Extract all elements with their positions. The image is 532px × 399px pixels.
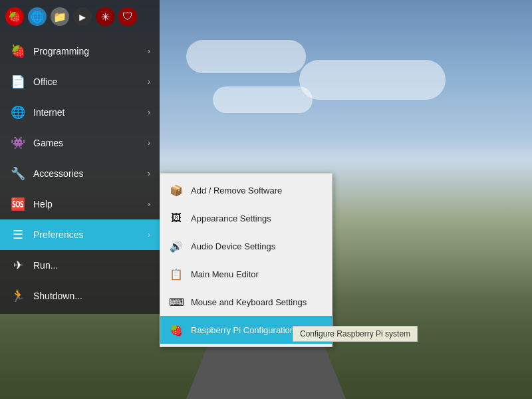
main-menu-editor-label: Main Menu Editor bbox=[191, 269, 259, 279]
accessories-icon: 🔧 bbox=[9, 165, 27, 182]
preferences-label: Preferences bbox=[33, 229, 83, 240]
globe-taskbar-icon[interactable]: 🌐 bbox=[28, 7, 47, 26]
cloud-2 bbox=[299, 60, 446, 100]
main-menu: 🍓 Programming › 📄 Office › 🌐 Internet › … bbox=[0, 33, 160, 314]
accessories-label: Accessories bbox=[33, 168, 83, 179]
add-remove-label: Add / Remove Software bbox=[191, 186, 282, 196]
add-remove-icon: 📦 bbox=[168, 182, 184, 198]
tooltip-text: Configure Raspberry Pi system bbox=[300, 329, 410, 338]
shutdown-icon: 🏃 bbox=[9, 287, 27, 305]
preferences-arrow: › bbox=[148, 230, 150, 239]
accessories-arrow: › bbox=[148, 169, 150, 178]
help-label: Help bbox=[33, 199, 53, 209]
submenu-item-appearance[interactable]: 🖼 Appearance Settings bbox=[160, 204, 332, 232]
run-icon: ✈ bbox=[9, 257, 27, 274]
menu-item-run[interactable]: ✈ Run... bbox=[0, 250, 160, 281]
submenu-item-audio[interactable]: 🔊 Audio Device Settings bbox=[160, 232, 332, 260]
games-icon: 👾 bbox=[9, 134, 27, 152]
submenu-item-main-menu-editor[interactable]: 📋 Main Menu Editor bbox=[160, 260, 332, 288]
help-icon: 🆘 bbox=[9, 196, 27, 213]
internet-icon: 🌐 bbox=[9, 104, 27, 121]
programming-arrow: › bbox=[148, 47, 150, 56]
games-label: Games bbox=[33, 138, 63, 148]
menu-item-office[interactable]: 📄 Office › bbox=[0, 66, 160, 97]
help-arrow: › bbox=[148, 200, 150, 209]
raspberry-config-label: Raspberry Pi Configuration bbox=[191, 325, 295, 335]
shield-taskbar-icon[interactable]: 🛡 bbox=[118, 7, 137, 26]
raspberry-taskbar-icon[interactable]: 🍓 bbox=[5, 7, 24, 26]
games-arrow: › bbox=[148, 138, 150, 148]
menu-item-programming[interactable]: 🍓 Programming › bbox=[0, 36, 160, 66]
terminal-taskbar-icon[interactable]: ▶ bbox=[73, 7, 92, 26]
appearance-label: Appearance Settings bbox=[191, 213, 271, 223]
taskbar: 🍓 🌐 📁 ▶ ✳ 🛡 bbox=[0, 0, 160, 33]
audio-icon: 🔊 bbox=[168, 238, 184, 254]
mouse-keyboard-label: Mouse and Keyboard Settings bbox=[191, 297, 307, 307]
shutdown-label: Shutdown... bbox=[33, 291, 82, 301]
office-icon: 📄 bbox=[9, 73, 27, 90]
menu-item-games[interactable]: 👾 Games › bbox=[0, 128, 160, 158]
menu-item-shutdown[interactable]: 🏃 Shutdown... bbox=[0, 281, 160, 311]
preferences-submenu: 📦 Add / Remove Software 🖼 Appearance Set… bbox=[160, 173, 332, 347]
internet-arrow: › bbox=[148, 108, 150, 117]
main-menu-editor-icon: 📋 bbox=[168, 266, 184, 282]
star-taskbar-icon[interactable]: ✳ bbox=[96, 7, 114, 26]
submenu-item-mouse-keyboard[interactable]: ⌨ Mouse and Keyboard Settings bbox=[160, 288, 332, 316]
menu-item-internet[interactable]: 🌐 Internet › bbox=[0, 97, 160, 128]
appearance-icon: 🖼 bbox=[168, 210, 184, 226]
run-label: Run... bbox=[33, 260, 58, 271]
menu-item-accessories[interactable]: 🔧 Accessories › bbox=[0, 158, 160, 189]
raspberry-config-icon: 🍓 bbox=[168, 322, 184, 338]
programming-label: Programming bbox=[33, 46, 89, 57]
office-arrow: › bbox=[148, 77, 150, 86]
preferences-icon: ☰ bbox=[9, 226, 27, 243]
internet-label: Internet bbox=[33, 107, 65, 118]
tooltip: Configure Raspberry Pi system bbox=[293, 326, 418, 342]
menu-item-preferences[interactable]: ☰ Preferences › bbox=[0, 219, 160, 250]
menu-item-help[interactable]: 🆘 Help › bbox=[0, 189, 160, 219]
submenu-item-add-remove[interactable]: 📦 Add / Remove Software bbox=[160, 176, 332, 204]
cloud-3 bbox=[213, 86, 313, 113]
folder-taskbar-icon[interactable]: 📁 bbox=[51, 7, 69, 26]
programming-icon: 🍓 bbox=[9, 43, 27, 60]
cloud-1 bbox=[186, 40, 306, 73]
audio-label: Audio Device Settings bbox=[191, 241, 275, 251]
office-label: Office bbox=[33, 76, 57, 87]
mouse-keyboard-icon: ⌨ bbox=[168, 294, 184, 310]
